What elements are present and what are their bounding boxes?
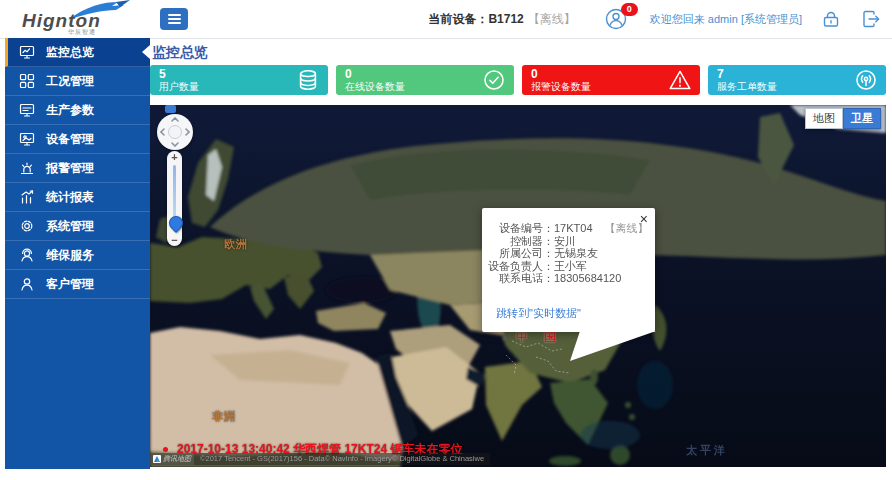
- map-type-toggle: 地图 卫星: [805, 108, 881, 129]
- sidebar-item-label: 系统管理: [46, 218, 94, 235]
- active-item-arrow: [135, 45, 150, 59]
- sidebar-item-label: 设备管理: [46, 131, 94, 148]
- map-overview-icon[interactable]: [165, 105, 176, 113]
- logout-icon[interactable]: [860, 8, 882, 30]
- chart-icon: [19, 189, 35, 205]
- popup-row-owner: 设备负责人： 王小军: [482, 260, 655, 273]
- pan-right-icon[interactable]: [185, 128, 190, 136]
- zoom-out-button[interactable]: −: [167, 234, 182, 246]
- map-attribution: 腾讯地图 ©2017 Tencent - GS(2017)156 - Data©…: [150, 453, 490, 465]
- map-pan-control[interactable]: [157, 114, 193, 150]
- map-label-pacific: 太平洋: [686, 443, 728, 458]
- stat-value: 0: [531, 68, 691, 81]
- map-zoom-slider[interactable]: + −: [167, 151, 182, 246]
- lock-icon[interactable]: [820, 8, 842, 30]
- world-map[interactable]: 欧洲 非洲 中国 太平洋 地图 卫星 + − ×: [150, 105, 886, 467]
- sidebar-item-monitoring-overview[interactable]: 监控总览: [5, 38, 150, 67]
- sidebar-item-customer-management[interactable]: 客户管理: [5, 270, 150, 299]
- monitor-icon: [19, 131, 35, 147]
- sidebar-item-device-management[interactable]: 设备管理: [5, 125, 150, 154]
- stat-card-users: 5 用户数量: [150, 65, 328, 95]
- sidebar-item-label: 工况管理: [46, 73, 94, 90]
- map-label-africa: 非洲: [212, 409, 236, 424]
- warning-triangle-icon: [668, 68, 692, 92]
- sidebar-toggle-button[interactable]: [160, 8, 188, 30]
- popup-rows: 设备编号： 17KT04【离线】 控制器： 安川 所属公司： 无锡泉友 设备负责…: [482, 222, 655, 285]
- stat-cards-row: 5 用户数量 0 在线设备数量 0 报警设备数量 7 服务工单数量: [150, 65, 886, 95]
- map-provider-icon: [153, 455, 161, 463]
- stat-label: 在线设备数量: [345, 81, 505, 93]
- app-window: Hignton 华辰智通 当前设备：B1712【离线】 0 欢迎您回来 admi…: [0, 0, 892, 480]
- pan-up-icon[interactable]: [171, 117, 179, 122]
- realtime-data-link[interactable]: 跳转到"实时数据": [496, 306, 581, 321]
- map-label-europe: 欧洲: [224, 237, 248, 252]
- sidebar-nav: 监控总览 工况管理 生产参数 设备管理 报警管理: [5, 38, 150, 469]
- tencent-map-logo: 腾讯地图: [150, 453, 194, 465]
- sidebar-item-system-management[interactable]: 系统管理: [5, 212, 150, 241]
- sidebar-item-alarm-management[interactable]: 报警管理: [5, 154, 150, 183]
- page-title: 监控总览: [152, 44, 208, 62]
- gear-icon: [19, 218, 35, 234]
- sidebar-item-label: 维保服务: [46, 247, 94, 264]
- monitor-icon: [19, 44, 35, 60]
- brand-logo: Hignton 华辰智通: [16, 2, 136, 36]
- zoom-in-button[interactable]: +: [167, 151, 182, 163]
- top-header: Hignton 华辰智通 当前设备：B1712【离线】 0 欢迎您回来 admi…: [0, 0, 892, 39]
- check-circle-icon: [482, 68, 506, 92]
- sidebar-item-production-params[interactable]: 生产参数: [5, 96, 150, 125]
- pan-down-icon[interactable]: [171, 142, 179, 147]
- user-avatar-icon[interactable]: 0: [604, 7, 628, 31]
- current-device-status: 【离线】: [528, 12, 576, 26]
- stat-card-online-devices: 0 在线设备数量: [336, 65, 514, 95]
- pan-left-icon[interactable]: [160, 128, 165, 136]
- sidebar-item-label: 统计报表: [46, 189, 94, 206]
- alarm-icon: [19, 160, 35, 176]
- current-device-value: B1712: [488, 12, 523, 26]
- current-device-text: 当前设备：B1712【离线】: [428, 11, 575, 28]
- popup-row-phone: 联系电话： 18305684120: [482, 272, 655, 285]
- popup-row-company: 所属公司： 无锡泉友: [482, 247, 655, 260]
- map-type-button-satellite[interactable]: 卫星: [843, 108, 881, 129]
- current-device-label: 当前设备：: [428, 12, 488, 26]
- grid-icon: [19, 73, 35, 89]
- stat-label: 用户数量: [159, 81, 319, 93]
- sidebar-item-label: 生产参数: [46, 102, 94, 119]
- notification-badge: 0: [621, 3, 638, 16]
- popup-row-controller: 控制器： 安川: [482, 235, 655, 248]
- stat-value: 0: [345, 68, 505, 81]
- person-icon: [19, 276, 35, 292]
- sidebar-item-label: 报警管理: [46, 160, 94, 177]
- stat-value: 5: [159, 68, 319, 81]
- device-info-popup: × 设备编号： 17KT04【离线】 控制器： 安川 所属公司： 无锡泉友 设备…: [482, 208, 655, 332]
- sidebar-item-statistics-report[interactable]: 统计报表: [5, 183, 150, 212]
- stat-card-service-orders: 7 服务工单数量: [708, 65, 886, 95]
- pan-center-icon[interactable]: [168, 125, 182, 139]
- popup-row-device-id: 设备编号： 17KT04【离线】: [482, 222, 655, 235]
- stat-value: 7: [717, 68, 877, 81]
- sidebar-item-maintenance-service[interactable]: 维保服务: [5, 241, 150, 270]
- monitor-icon: [19, 102, 35, 118]
- map-type-button-map[interactable]: 地图: [805, 108, 843, 129]
- broadcast-icon: [854, 68, 878, 92]
- stat-card-alarm-devices: 0 报警设备数量: [522, 65, 700, 95]
- popup-device-status: 【离线】: [605, 222, 649, 234]
- alarm-dot-icon: [163, 447, 168, 452]
- sidebar-item-working-condition[interactable]: 工况管理: [5, 67, 150, 96]
- welcome-text: 欢迎您回来 admin [系统管理员]: [650, 12, 802, 27]
- stat-label: 服务工单数量: [717, 81, 877, 93]
- attribution-text: ©2017 Tencent - GS(2017)156 - Data© NavI…: [194, 453, 490, 465]
- service-person-icon: [19, 247, 35, 263]
- popup-tail: [562, 331, 656, 361]
- stat-label: 报警设备数量: [531, 81, 691, 93]
- sidebar-item-label: 监控总览: [46, 44, 94, 61]
- logo-subtitle: 华辰智通: [68, 28, 96, 37]
- sidebar-item-label: 客户管理: [46, 276, 94, 293]
- user-name: admin [系统管理员]: [708, 13, 802, 25]
- database-icon: [296, 68, 320, 92]
